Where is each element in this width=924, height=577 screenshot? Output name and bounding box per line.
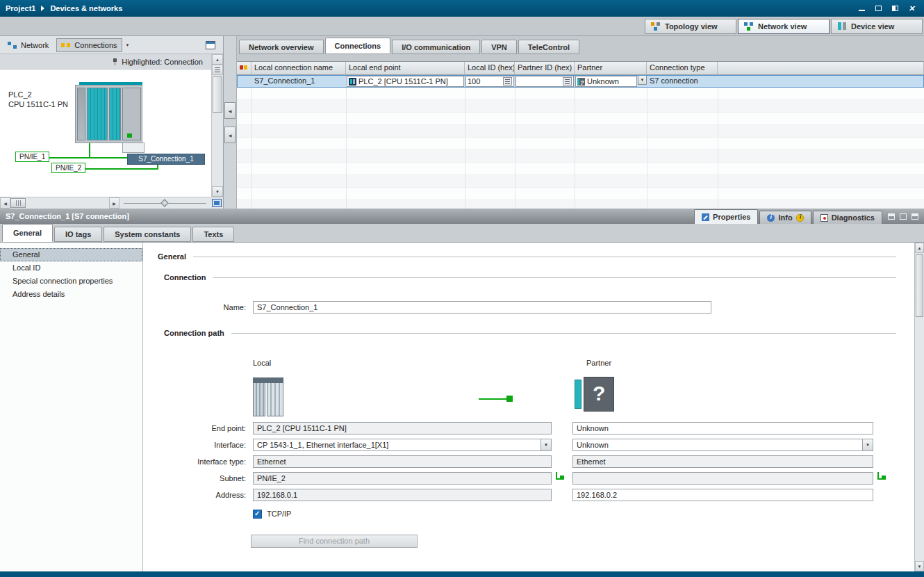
tab-telecontrol[interactable]: TeleControl	[518, 40, 579, 54]
collapse-right-button[interactable]: ◀	[224, 127, 236, 143]
minimize-button[interactable]	[857, 4, 866, 13]
connection-heading: Connection	[164, 273, 206, 282]
pane-tab-properties[interactable]: Properties	[694, 209, 758, 224]
partner-end-point-field[interactable]: Unknown	[572, 422, 873, 434]
nav-item-local-id[interactable]: Local ID	[0, 261, 142, 275]
dock-panel-icon[interactable]	[888, 213, 895, 220]
network-diagram: PLC_2 CPU 1511C-1 PN S7_Connection_1 PN/…	[0, 70, 211, 197]
connections-dropdown-icon[interactable]: ▼	[126, 43, 130, 47]
scroll-up-icon[interactable]: ▲	[212, 54, 223, 65]
horizontal-scroll-track[interactable]	[26, 197, 109, 209]
scroll-right-icon[interactable]: ▶	[109, 197, 119, 209]
local-end-point-field[interactable]: PLC_2 [CPU 1511C-1 PN]	[253, 422, 552, 434]
nav-item-special-connection-properties[interactable]: Special connection properties	[0, 275, 142, 288]
info-warning-badge	[796, 214, 804, 222]
network-mode-button[interactable]: Network	[3, 38, 53, 52]
pane-options-button[interactable]	[201, 38, 220, 52]
zoom-slider-thumb[interactable]	[160, 199, 168, 206]
pane-tab-diagnostics[interactable]: Diagnostics	[813, 211, 882, 224]
connection-drop-line	[89, 143, 90, 158]
divider	[213, 277, 897, 278]
breadcrumb-project[interactable]: Project1	[6, 4, 35, 13]
content-vertical-scrollbar[interactable]: ▲ ▼	[914, 243, 924, 571]
close-button[interactable]: ✕	[907, 4, 916, 13]
row-icon-cell	[237, 75, 251, 88]
unknown-partner-icon	[577, 78, 585, 86]
tcp-ip-checkbox[interactable]	[253, 510, 262, 519]
nav-item-general[interactable]: General	[0, 248, 142, 261]
header-connection-type[interactable]: Connection type	[647, 62, 718, 74]
breadcrumb-section[interactable]: Devices & networks	[50, 4, 122, 13]
horizontal-scroll-thumb[interactable]	[10, 198, 26, 208]
content-scroll-track[interactable]	[915, 253, 924, 561]
diagram-vertical-scrollbar[interactable]: ▲ ▼	[211, 54, 223, 197]
header-local-id[interactable]: Local ID (hex)	[465, 62, 515, 74]
partner-subnet-field	[572, 472, 873, 485]
connections-mode-button[interactable]: Connections	[56, 38, 122, 52]
empty-row	[237, 100, 924, 113]
header-local-end-point[interactable]: Local end point	[346, 62, 465, 74]
overview-navigator-button[interactable]	[212, 65, 223, 75]
partner-interface-select[interactable]: Unknown▼	[572, 439, 873, 451]
collapse-panel-icon[interactable]	[911, 213, 918, 220]
partner-interface-dropdown-icon[interactable]: ▼	[862, 439, 873, 451]
s7-connection-label[interactable]: S7_Connection_1	[127, 154, 205, 165]
connection-endpoint-node[interactable]	[122, 143, 145, 153]
topology-view-button[interactable]: Topology view	[645, 19, 736, 34]
scroll-down-icon[interactable]: ▼	[212, 186, 223, 197]
tab-io-communication[interactable]: I/O communication	[392, 40, 480, 54]
device-view-button[interactable]: Device view	[831, 19, 923, 34]
fit-to-view-button[interactable]	[211, 197, 223, 209]
cell-partner: Unknown ▼	[575, 75, 647, 88]
network-view-button[interactable]: Network view	[738, 19, 830, 34]
header-partner[interactable]: Partner	[575, 62, 647, 74]
dock-button[interactable]	[891, 4, 899, 13]
connection-name-field[interactable]: S7_Connection_1	[253, 301, 711, 314]
address-label: Address:	[150, 489, 246, 501]
restore-button[interactable]	[874, 4, 882, 13]
tab-general[interactable]: General	[2, 224, 53, 242]
collapse-left-button[interactable]: ◀	[224, 102, 236, 119]
tab-vpn[interactable]: VPN	[481, 40, 517, 54]
partner-address-field[interactable]: 192.168.0.2	[572, 489, 873, 501]
plc-device[interactable]	[75, 85, 142, 143]
panel-splitter[interactable]: ◀ ◀	[224, 36, 237, 209]
partner-dropdown-button[interactable]: ▼	[638, 75, 647, 85]
content-scroll-up-icon[interactable]: ▲	[915, 243, 924, 253]
tab-connections[interactable]: Connections	[325, 38, 391, 54]
local-id-picker-button[interactable]	[503, 77, 512, 86]
partner-interface-value: Unknown	[577, 441, 609, 449]
scroll-left-icon[interactable]: ◀	[0, 197, 10, 209]
cell-connection-type: S7 connection	[647, 75, 718, 88]
zoom-control[interactable]	[119, 197, 211, 209]
local-address-field[interactable]: 192.168.0.1	[253, 489, 552, 501]
nav-item-address-details[interactable]: Address details	[0, 288, 142, 301]
tab-texts[interactable]: Texts	[192, 227, 234, 242]
tab-network-overview[interactable]: Network overview	[239, 40, 324, 54]
vertical-scroll-thumb[interactable]	[213, 76, 222, 113]
tab-system-constants[interactable]: System constants	[104, 227, 191, 242]
find-connection-path-button[interactable]: Find connection path	[251, 535, 418, 548]
vertical-scroll-track[interactable]	[212, 75, 223, 186]
device-name[interactable]: PLC_2	[8, 90, 32, 99]
header-local-connection-name[interactable]: Local connection name	[251, 62, 346, 74]
cell-partner-id	[515, 75, 575, 88]
subnet1-label[interactable]: PN/IE_1	[15, 152, 49, 162]
table-row[interactable]: S7_Connection_1 PLC_2 [CPU 1511C-1 PN] 1…	[237, 75, 924, 88]
connection-path-node	[506, 396, 513, 402]
local-interface-dropdown-icon[interactable]: ▼	[541, 439, 552, 451]
zoom-slider-track[interactable]	[124, 203, 206, 204]
tab-io-tags[interactable]: IO tags	[54, 227, 102, 242]
content-scroll-thumb[interactable]	[916, 254, 923, 317]
local-interface-select[interactable]: CP 1543-1_1, Ethernet interface_1[X1]▼	[253, 439, 552, 451]
header-icon-cell[interactable]	[237, 62, 251, 74]
breadcrumb-arrow-icon	[41, 6, 44, 11]
pane-tab-info[interactable]: Info	[759, 211, 811, 224]
content-scroll-down-icon[interactable]: ▼	[915, 561, 924, 571]
expand-panel-icon[interactable]	[900, 213, 907, 220]
minimize-icon	[859, 10, 865, 11]
header-partner-id[interactable]: Partner ID (hex)	[515, 62, 575, 74]
subnet2-label[interactable]: PN/IE_2	[51, 163, 85, 173]
partner-id-picker-button[interactable]	[563, 77, 572, 86]
diagram-horizontal-scrollbar[interactable]: ◀ ▶	[0, 197, 223, 209]
